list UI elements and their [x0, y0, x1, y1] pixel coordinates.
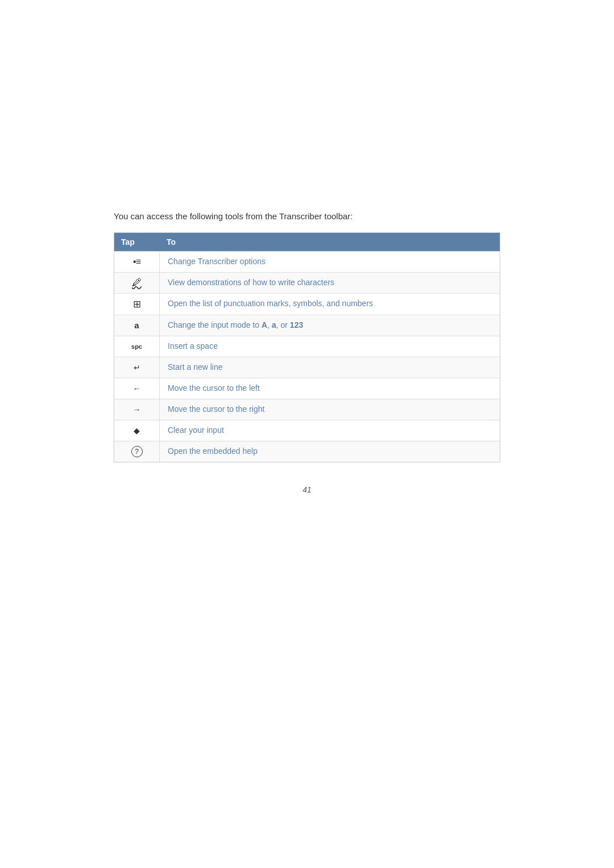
table-row: ⊞ Open the list of punctuation marks, sy… [114, 293, 500, 315]
table-row: ◆ Clear your input [114, 420, 500, 441]
tap-cell-cursor-right: → [114, 399, 160, 420]
tap-cell-clear: ◆ [114, 420, 160, 441]
list-options-icon: •≡ [133, 257, 140, 267]
table-row: ? Open the embedded help [114, 441, 500, 462]
intro-paragraph: You can access the following tools from … [114, 210, 500, 223]
to-cell-demo: View demonstrations of how to write char… [160, 273, 500, 293]
newline-icon: ↵ [134, 363, 140, 372]
tap-cell-input-mode: a [114, 315, 160, 336]
input-mode-A: A [262, 320, 267, 329]
write-demo-icon: 🖉 [132, 277, 142, 289]
header-to: To [160, 233, 500, 251]
to-cell-cursor-left: Move the cursor to the left [160, 378, 500, 399]
page: You can access the following tools from … [0, 0, 614, 868]
tap-cell-list: •≡ [114, 252, 160, 272]
to-cell-newline: Start a new line [160, 357, 500, 378]
to-cell-help: Open the embedded help [160, 441, 500, 462]
tap-cell-grid: ⊞ [114, 294, 160, 315]
table-row: ← Move the cursor to the left [114, 378, 500, 399]
toolbar-table: Tap To •≡ Change Transcriber options 🖉 V… [114, 232, 500, 462]
table-row: spc Insert a space [114, 336, 500, 357]
tap-cell-newline: ↵ [114, 357, 160, 378]
cursor-right-icon: → [133, 405, 141, 414]
punctuation-grid-icon: ⊞ [133, 298, 141, 310]
input-mode-icon: a [134, 320, 139, 330]
to-cell-space: Insert a space [160, 336, 500, 357]
content-area: You can access the following tools from … [114, 210, 500, 494]
input-mode-123: 123 [290, 320, 303, 329]
page-number: 41 [114, 485, 500, 494]
header-tap: Tap [114, 233, 160, 251]
table-header-row: Tap To [114, 233, 500, 251]
cursor-left-icon: ← [133, 384, 141, 393]
tap-cell-write: 🖉 [114, 273, 160, 293]
space-icon: spc [131, 343, 142, 350]
help-icon: ? [131, 446, 143, 457]
clear-icon: ◆ [134, 426, 140, 435]
tap-cell-space: spc [114, 336, 160, 357]
input-mode-a: a [272, 320, 276, 329]
tap-cell-help: ? [114, 441, 160, 462]
to-cell-cursor-right: Move the cursor to the right [160, 399, 500, 420]
table-row: → Move the cursor to the right [114, 399, 500, 420]
to-cell-change-options: Change Transcriber options [160, 252, 500, 272]
tap-cell-cursor-left: ← [114, 378, 160, 399]
table-row: ↵ Start a new line [114, 357, 500, 378]
to-cell-input-mode: Change the input mode to A, a, or 123 [160, 315, 500, 336]
table-row: •≡ Change Transcriber options [114, 251, 500, 272]
table-row: 🖉 View demonstrations of how to write ch… [114, 272, 500, 293]
to-cell-clear: Clear your input [160, 420, 500, 441]
table-row: a Change the input mode to A, a, or 123 [114, 315, 500, 336]
to-cell-punctuation: Open the list of punctuation marks, symb… [160, 294, 500, 314]
